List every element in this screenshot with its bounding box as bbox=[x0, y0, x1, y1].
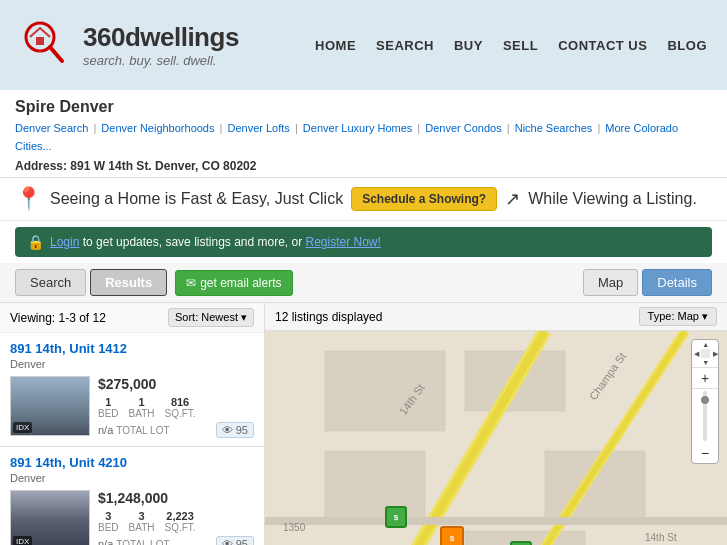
bc-condos[interactable]: Denver Condos bbox=[425, 122, 501, 134]
tabs-row: Search Results ✉ get email alerts Map De… bbox=[0, 263, 727, 303]
map-count: 12 listings displayed bbox=[275, 310, 382, 324]
bc-niche[interactable]: Niche Searches bbox=[515, 122, 593, 134]
svg-text:1350: 1350 bbox=[283, 522, 306, 533]
email-icon: ✉ bbox=[186, 276, 196, 290]
lot-row: n/a TOTAL LOT 👁 95 bbox=[98, 536, 254, 545]
lot-row: n/a TOTAL LOT 👁 95 bbox=[98, 422, 254, 438]
map-down-arrow[interactable]: ▼ bbox=[701, 358, 710, 367]
login-link[interactable]: Login bbox=[50, 235, 79, 249]
listing-city: Denver bbox=[10, 472, 254, 484]
viewing-row: Viewing: 1-3 of 12 Sort: Newest ▾ bbox=[0, 303, 264, 333]
listing-price: $1,248,000 bbox=[98, 490, 254, 506]
svg-rect-4 bbox=[325, 351, 445, 431]
map-marker-2[interactable]: $ bbox=[510, 541, 532, 545]
listing-body: IDX $275,000 1 BED 1 BATH bbox=[10, 376, 254, 438]
promo-text1: Seeing a Home is Fast & Easy, Just Click bbox=[50, 190, 343, 208]
svg-line-2 bbox=[50, 47, 62, 61]
map-svg: 14th St Champa St 1350 14th St bbox=[265, 331, 727, 545]
nav-search[interactable]: SEARCH bbox=[376, 38, 434, 53]
schedule-button[interactable]: Schedule a Showing? bbox=[351, 187, 497, 211]
map-container[interactable]: 14th St Champa St 1350 14th St $ $ $ bbox=[265, 331, 727, 545]
promo-icon: 📍 bbox=[15, 186, 42, 212]
map-zoom-in[interactable]: + bbox=[692, 368, 718, 389]
marker-label-selected: $ bbox=[450, 534, 454, 543]
bc-neighborhoods[interactable]: Denver Neighborhoods bbox=[101, 122, 214, 134]
promo-banner: 📍 Seeing a Home is Fast & Easy, Just Cli… bbox=[0, 178, 727, 221]
listing-card: 891 14th, Unit 1412 Denver IDX $275,000 … bbox=[0, 333, 264, 447]
mls-badge: IDX bbox=[13, 536, 32, 545]
viewing-count: Viewing: 1-3 of 12 bbox=[10, 311, 106, 325]
listing-title[interactable]: 891 14th, Unit 4210 bbox=[10, 455, 254, 470]
baths-item: 1 BATH bbox=[129, 396, 155, 419]
views-badge[interactable]: 👁 95 bbox=[216, 536, 254, 545]
zoom-handle[interactable] bbox=[701, 396, 709, 404]
tab-results[interactable]: Results bbox=[90, 269, 167, 296]
listing-card: 891 14th, Unit 4210 Denver IDX $1,248,00… bbox=[0, 447, 264, 545]
tab-details[interactable]: Details bbox=[642, 269, 712, 296]
eye-icon: 👁 bbox=[222, 538, 233, 545]
main-area: Viewing: 1-3 of 12 Sort: Newest ▾ 891 14… bbox=[0, 303, 727, 545]
sqft-item: 2,223 SQ.FT. bbox=[165, 510, 196, 533]
tab-search[interactable]: Search bbox=[15, 269, 86, 296]
email-label: get email alerts bbox=[200, 276, 281, 290]
register-link[interactable]: Register Now! bbox=[306, 235, 381, 249]
listing-price: $275,000 bbox=[98, 376, 254, 392]
map-marker-selected[interactable]: $ bbox=[440, 526, 464, 545]
map-left-arrow[interactable]: ◀ bbox=[692, 349, 701, 358]
map-header: 12 listings displayed Type: Map ▾ bbox=[265, 303, 727, 331]
bc-lofts[interactable]: Denver Lofts bbox=[227, 122, 289, 134]
tab-map[interactable]: Map bbox=[583, 269, 638, 296]
lock-icon: 🔒 bbox=[27, 234, 44, 250]
bc-luxury[interactable]: Denver Luxury Homes bbox=[303, 122, 412, 134]
beds-row: 1 BED 1 BATH 816 SQ.FT. bbox=[98, 396, 254, 419]
page-title: Spire Denver bbox=[15, 98, 712, 116]
listing-image[interactable]: IDX bbox=[10, 490, 90, 545]
views-badge[interactable]: 👁 95 bbox=[216, 422, 254, 438]
logo-area: 360dwellings search. buy. sell. dwell. bbox=[20, 15, 239, 75]
nav-contact[interactable]: CONTACT US bbox=[558, 38, 647, 53]
eye-icon: 👁 bbox=[222, 424, 233, 436]
mls-badge: IDX bbox=[13, 422, 32, 433]
map-arrows: ▲ ◀ ▶ ▼ bbox=[692, 340, 720, 367]
map-right-arrow[interactable]: ▶ bbox=[711, 349, 720, 358]
main-nav: HOME SEARCH BUY SELL CONTACT US BLOG bbox=[315, 38, 707, 53]
zoom-bar bbox=[703, 391, 707, 441]
listing-body: IDX $1,248,000 3 BED 3 BATH bbox=[10, 490, 254, 545]
sort-button[interactable]: Sort: Newest ▾ bbox=[168, 308, 254, 327]
beds-item: 3 BED bbox=[98, 510, 119, 533]
map-marker[interactable]: $ bbox=[385, 506, 407, 528]
bc-denver-search[interactable]: Denver Search bbox=[15, 122, 88, 134]
email-alerts-button[interactable]: ✉ get email alerts bbox=[175, 270, 292, 296]
beds-row: 3 BED 3 BATH 2,223 SQ.FT. bbox=[98, 510, 254, 533]
nav-home[interactable]: HOME bbox=[315, 38, 356, 53]
svg-rect-6 bbox=[325, 451, 425, 521]
sqft-item: 816 SQ.FT. bbox=[165, 396, 196, 419]
left-panel: Viewing: 1-3 of 12 Sort: Newest ▾ 891 14… bbox=[0, 303, 265, 545]
cursor-icon: ↗ bbox=[505, 188, 520, 210]
promo-text2: While Viewing a Listing. bbox=[528, 190, 697, 208]
site-title: 360dwellings bbox=[83, 22, 239, 53]
map-panel: 12 listings displayed Type: Map ▾ bbox=[265, 303, 727, 545]
listing-city: Denver bbox=[10, 358, 254, 370]
listing-info: $1,248,000 3 BED 3 BATH 2,223 SQ.FT. bbox=[98, 490, 254, 545]
map-type-button[interactable]: Type: Map ▾ bbox=[639, 307, 717, 326]
login-banner: 🔒 Login to get updates, save listings an… bbox=[15, 227, 712, 257]
map-zoom-out[interactable]: − bbox=[692, 443, 718, 463]
listing-info: $275,000 1 BED 1 BATH 816 SQ.FT. bbox=[98, 376, 254, 438]
nav-blog[interactable]: BLOG bbox=[667, 38, 707, 53]
breadcrumb-links: Denver Search | Denver Neighborhoods | D… bbox=[15, 120, 712, 155]
logo-text: 360dwellings search. buy. sell. dwell. bbox=[83, 22, 239, 68]
baths-item: 3 BATH bbox=[129, 510, 155, 533]
svg-text:14th St: 14th St bbox=[645, 532, 677, 543]
map-controls: ▲ ◀ ▶ ▼ + − bbox=[691, 339, 719, 464]
login-text: Login to get updates, save listings and … bbox=[50, 235, 381, 249]
map-up-arrow[interactable]: ▲ bbox=[701, 340, 710, 349]
svg-rect-1 bbox=[36, 37, 44, 45]
marker-label: $ bbox=[394, 513, 398, 522]
nav-buy[interactable]: BUY bbox=[454, 38, 483, 53]
address-line: Address: 891 W 14th St. Denver, CO 80202 bbox=[15, 159, 712, 173]
logo-icon bbox=[20, 15, 75, 75]
nav-sell[interactable]: SELL bbox=[503, 38, 538, 53]
listing-image[interactable]: IDX bbox=[10, 376, 90, 436]
listing-title[interactable]: 891 14th, Unit 1412 bbox=[10, 341, 254, 356]
